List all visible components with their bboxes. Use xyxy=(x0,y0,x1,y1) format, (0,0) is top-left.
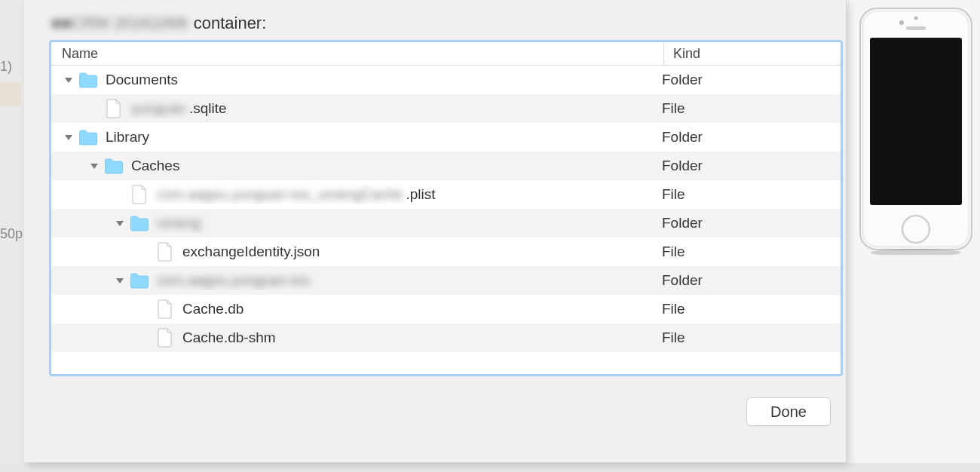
cell-name: Cache.db xyxy=(51,299,653,319)
row-label: com.aagou.yunguan-ios xyxy=(157,272,310,289)
row-label-text: Documents xyxy=(106,72,178,88)
cell-name: Caches xyxy=(51,156,653,176)
cell-kind: File xyxy=(653,186,841,203)
table-row[interactable]: exchangeIdentity.jsonFile xyxy=(51,238,841,266)
disclosure-triangle-icon[interactable] xyxy=(62,130,75,144)
cell-kind: Folder xyxy=(653,72,841,88)
svg-marker-8 xyxy=(65,78,72,83)
row-label: Cache.db xyxy=(182,301,243,317)
cell-kind: File xyxy=(653,301,841,317)
bg-fragment-2: 50p xyxy=(0,226,24,242)
row-label-text: Library xyxy=(106,129,149,146)
file-icon xyxy=(155,242,175,262)
folder-icon xyxy=(78,70,98,90)
row-label-blur: yunguan xyxy=(131,100,186,117)
file-icon xyxy=(130,185,149,204)
svg-marker-11 xyxy=(90,164,98,169)
cell-kind: File xyxy=(653,244,841,260)
row-label-blur: com.aagou.yunguan-ios_umengCache xyxy=(157,186,403,203)
table-row[interactable]: com.aagou.yunguan-iosFolder xyxy=(51,266,841,295)
row-label-blur: umeng xyxy=(157,215,201,231)
svg-rect-4 xyxy=(906,26,926,30)
row-label-text: .plist xyxy=(406,186,435,203)
file-icon xyxy=(104,99,124,118)
cell-kind: Folder xyxy=(653,158,841,174)
table-row[interactable]: umengFolder xyxy=(51,209,841,238)
file-tree[interactable]: Name Kind DocumentsFolder yunguan.sqlite… xyxy=(49,40,843,376)
cell-kind: Folder xyxy=(653,129,841,146)
row-label: Library xyxy=(106,129,149,146)
table-row[interactable]: LibraryFolder xyxy=(51,123,841,152)
dialog-title: ■■CRM 20161006 container: xyxy=(51,14,266,33)
file-icon xyxy=(155,299,175,319)
disclosure-triangle-icon[interactable] xyxy=(87,159,101,173)
file-icon xyxy=(155,328,175,348)
cell-name: Cache.db-shm xyxy=(51,328,653,348)
table-row[interactable]: yunguan.sqliteFile xyxy=(51,94,841,123)
svg-rect-2 xyxy=(870,38,962,205)
table-row[interactable]: Cache.db-shmFile xyxy=(51,323,841,352)
table-row[interactable]: DocumentsFolder xyxy=(51,66,841,94)
svg-point-5 xyxy=(914,17,918,20)
folder-icon xyxy=(104,156,124,176)
background-left-strip: 1) 50p xyxy=(0,0,24,472)
device-preview-phone xyxy=(859,8,972,255)
disclosure-triangle-icon[interactable] xyxy=(113,274,127,287)
table-row[interactable]: Cache.dbFile xyxy=(51,295,841,323)
row-label-text: exchangeIdentity.json xyxy=(182,244,320,260)
folder-icon xyxy=(130,271,149,290)
row-label-text: Caches xyxy=(131,158,179,174)
row-label: Cache.db-shm xyxy=(182,329,276,346)
row-label-text: .sqlite xyxy=(189,100,227,117)
dialog-title-blur: ■■CRM 20161006 xyxy=(51,14,188,33)
done-button[interactable]: Done xyxy=(746,397,831,426)
column-header-kind[interactable]: Kind xyxy=(664,42,841,65)
cell-name: com.aagou.yunguan-ios xyxy=(51,271,653,290)
disclosure-triangle-icon[interactable] xyxy=(113,216,127,230)
cell-kind: Folder xyxy=(653,215,841,231)
cell-kind: File xyxy=(653,329,841,346)
row-label: umeng xyxy=(157,215,201,231)
row-label-blur: com.aagou.yunguan-ios xyxy=(157,272,310,289)
cell-name: Library xyxy=(51,127,653,147)
table-header: Name Kind xyxy=(51,42,841,66)
cell-kind: File xyxy=(653,100,841,117)
background-highlight xyxy=(0,82,21,106)
row-label: com.aagou.yunguan-ios_umengCache.plist xyxy=(157,186,435,203)
svg-marker-10 xyxy=(65,135,72,140)
folder-icon xyxy=(78,127,98,147)
disclosure-triangle-icon[interactable] xyxy=(62,73,75,87)
table-row[interactable]: CachesFolder xyxy=(51,152,841,180)
row-label: Caches xyxy=(131,158,179,174)
background-bottom-strip xyxy=(0,463,980,472)
row-label-text: Cache.db-shm xyxy=(182,329,276,346)
column-header-name[interactable]: Name xyxy=(51,42,664,65)
svg-marker-15 xyxy=(116,278,124,284)
cell-name: com.aagou.yunguan-ios_umengCache.plist xyxy=(51,185,653,204)
cell-name: yunguan.sqlite xyxy=(51,99,653,118)
dialog-title-suffix: container: xyxy=(194,14,267,33)
folder-icon xyxy=(130,213,149,233)
cell-name: umeng xyxy=(51,213,653,233)
table-row[interactable]: com.aagou.yunguan-ios_umengCache.plistFi… xyxy=(51,180,841,209)
cell-name: Documents xyxy=(51,70,653,90)
svg-marker-13 xyxy=(116,221,124,226)
row-label: exchangeIdentity.json xyxy=(182,244,320,260)
container-inspector-dialog: ■■CRM 20161006 container: Name Kind Docu… xyxy=(24,0,847,463)
row-label-text: Cache.db xyxy=(182,301,243,317)
row-label: yunguan.sqlite xyxy=(131,100,227,117)
svg-point-3 xyxy=(899,20,904,25)
bg-fragment-1: 1) xyxy=(0,59,24,75)
cell-kind: Folder xyxy=(653,272,841,289)
cell-name: exchangeIdentity.json xyxy=(51,242,653,262)
row-label: Documents xyxy=(106,72,178,88)
